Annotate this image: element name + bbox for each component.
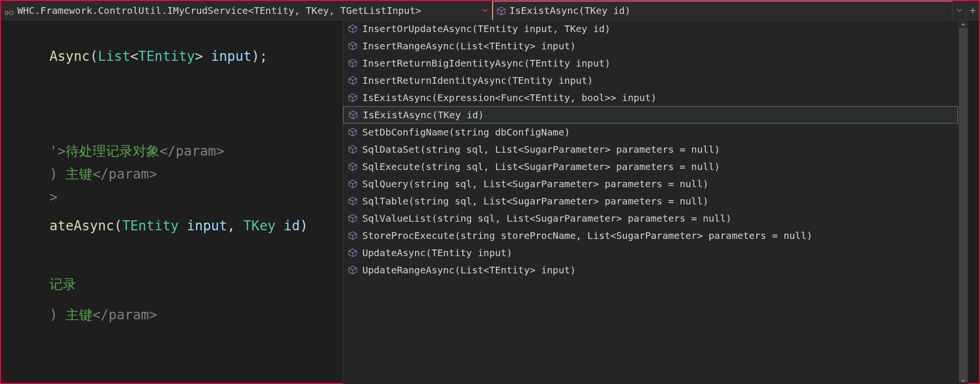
member-item[interactable]: IsExistAsync(Expression<Func<TEntity, bo… (343, 89, 958, 106)
method-icon (348, 76, 357, 85)
navigation-bar: WHC.Framework.ControlUtil.IMyCrudService… (1, 1, 979, 20)
member-item[interactable]: SqlExecute(string sql, List<SugarParamet… (343, 158, 958, 175)
scroll-down-icon[interactable] (958, 377, 968, 384)
member-item-label: InsertReturnIdentityAsync(TEntity input) (362, 75, 593, 86)
method-icon (348, 179, 357, 189)
member-item-label: IsExistAsync(Expression<Func<TEntity, bo… (362, 92, 657, 103)
member-item[interactable]: SqlValueList(string sql, List<SugarParam… (343, 210, 958, 227)
member-item[interactable]: InsertOrUpdateAsync(TEntity input, TKey … (343, 20, 958, 37)
editor-window: WHC.Framework.ControlUtil.IMyCrudService… (0, 0, 980, 384)
member-dropdown[interactable]: IsExistAsync(TKey id) (492, 1, 952, 20)
member-item-label: InsertRangeAsync(List<TEntity> input) (362, 40, 576, 52)
method-icon (348, 41, 357, 51)
member-item-label: SqlTable(string sql, List<SugarParameter… (362, 195, 708, 207)
method-icon (348, 196, 357, 206)
scroll-up-icon[interactable] (958, 20, 968, 28)
member-item-label: SqlDataSet(string sql, List<SugarParamet… (362, 144, 720, 155)
method-icon (348, 231, 357, 240)
scope-label: WHC.Framework.ControlUtil.IMyCrudService… (17, 5, 479, 16)
method-icon (348, 110, 358, 120)
member-item-label: InsertOrUpdateAsync(TEntity input, TKey … (362, 23, 611, 34)
member-item[interactable]: SqlQuery(string sql, List<SugarParameter… (343, 175, 958, 192)
member-item[interactable]: SetDbConfigName(string dbConfigName) (343, 124, 958, 141)
member-item-label: IsExistAsync(TKey id) (363, 109, 484, 121)
method-icon (348, 58, 357, 68)
code-line: Async(List<TEntity> input); (1, 22, 267, 91)
member-item[interactable]: InsertRangeAsync(List<TEntity> input) (343, 37, 958, 55)
member-item[interactable]: UpdateRangeAsync(List<TEntity> input) (343, 261, 958, 279)
member-item[interactable]: InsertReturnIdentityAsync(TEntity input) (343, 72, 958, 89)
method-icon (348, 214, 357, 223)
member-list-popup: InsertOrUpdateAsync(TEntity input, TKey … (343, 20, 968, 384)
member-item[interactable]: IsExistAsync(TKey id) (343, 106, 958, 124)
member-label: IsExistAsync(TKey id) (509, 5, 948, 16)
method-icon (348, 93, 357, 102)
method-icon (348, 145, 357, 154)
member-dropdown-arrow[interactable] (952, 1, 966, 20)
member-item[interactable]: UpdateAsync(TEntity input) (343, 244, 958, 261)
member-item-label: SqlExecute(string sql, List<SugarParamet… (362, 161, 720, 172)
svg-point-1 (10, 11, 13, 15)
member-item[interactable]: SqlTable(string sql, List<SugarParameter… (343, 192, 958, 210)
method-icon (348, 127, 357, 137)
member-item-label: SqlValueList(string sql, List<SugarParam… (362, 213, 732, 224)
method-icon (348, 24, 357, 34)
svg-rect-0 (5, 11, 8, 14)
method-icon (348, 162, 357, 171)
member-item[interactable]: InsertReturnBigIdentityAsync(TEntity inp… (343, 55, 958, 72)
member-item[interactable]: SqlDataSet(string sql, List<SugarParamet… (343, 141, 958, 158)
member-list[interactable]: InsertOrUpdateAsync(TEntity input, TKey … (343, 20, 958, 384)
member-item-label: UpdateAsync(TEntity input) (362, 247, 512, 259)
interface-icon (5, 7, 13, 14)
member-item-label: UpdateRangeAsync(List<TEntity> input) (362, 264, 576, 276)
method-icon (348, 248, 357, 258)
split-button[interactable] (966, 1, 979, 20)
method-icon (497, 6, 506, 15)
member-item[interactable]: StoreProcExecute(string storeProcName, L… (343, 227, 958, 244)
member-item-label: InsertReturnBigIdentityAsync(TEntity inp… (362, 57, 611, 69)
member-item-label: SetDbConfigName(string dbConfigName) (362, 126, 570, 138)
method-icon (348, 265, 357, 275)
member-item-label: SqlQuery(string sql, List<SugarParameter… (362, 178, 708, 190)
scope-dropdown[interactable]: WHC.Framework.ControlUtil.IMyCrudService… (1, 1, 492, 20)
chevron-down-icon (482, 8, 488, 13)
scroll-thumb[interactable] (959, 28, 968, 382)
member-item-label: StoreProcExecute(string storeProcName, L… (362, 230, 812, 241)
code-line: ) 主键</param> (1, 281, 157, 350)
scrollbar[interactable] (958, 20, 968, 384)
